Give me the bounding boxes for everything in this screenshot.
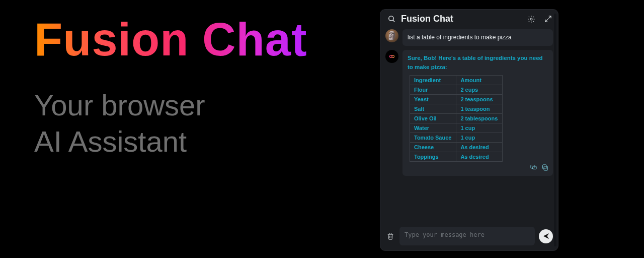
table-header-ingredient: Ingredient <box>410 75 456 85</box>
table-row: Olive Oil2 tablespoons <box>410 113 503 123</box>
table-row: Yeast2 teaspoons <box>410 94 503 104</box>
message-input[interactable] <box>399 227 535 245</box>
marketing-title: Fusion Chat <box>34 15 307 64</box>
panel-title: Fusion Chat <box>401 14 453 24</box>
table-row: CheeseAs desired <box>410 142 503 152</box>
ingredients-table: Ingredient Amount Flour2 cupsYeast2 teas… <box>410 75 503 162</box>
cell-amount: 1 teaspoon <box>456 104 503 113</box>
marketing-subtitle-line2: AI Assistant <box>34 123 307 160</box>
copy-icon[interactable] <box>541 164 549 173</box>
send-button[interactable] <box>539 229 553 243</box>
user-message-text: list a table of ingredients to make pizz… <box>408 33 548 41</box>
search-icon[interactable] <box>386 14 397 24</box>
table-row: Water1 cup <box>410 123 503 133</box>
cell-amount: 2 tablespoons <box>456 113 503 123</box>
cell-ingredient: Toppings <box>410 152 456 161</box>
table-row: Flour2 cups <box>410 85 503 94</box>
user-avatar <box>385 29 398 42</box>
marketing-subtitle-line1: Your browser <box>34 87 307 124</box>
svg-rect-6 <box>543 165 547 169</box>
cell-ingredient: Olive Oil <box>410 113 456 123</box>
table-header-amount: Amount <box>456 75 503 85</box>
cell-amount: As desired <box>456 142 503 152</box>
reply-icon[interactable] <box>530 164 537 173</box>
bot-bubble: Sure, Bob! Here's a table of ingredients… <box>403 50 553 176</box>
cell-ingredient: Salt <box>410 104 456 113</box>
input-bar <box>380 223 558 250</box>
table-header-row: Ingredient Amount <box>410 75 503 85</box>
message-row-user: list a table of ingredients to make pizz… <box>385 29 553 46</box>
table-row: Salt1 teaspoon <box>410 104 503 113</box>
user-bubble: list a table of ingredients to make pizz… <box>403 29 553 46</box>
chat-panel: Fusion Chat list a table of ingredients … <box>380 10 558 250</box>
svg-line-1 <box>393 20 394 22</box>
cell-ingredient: Flour <box>410 85 456 94</box>
svg-rect-5 <box>544 166 548 170</box>
message-row-bot: Sure, Bob! Here's a table of ingredients… <box>385 50 553 176</box>
marketing-subtitle: Your browser AI Assistant <box>34 87 307 160</box>
svg-point-2 <box>530 18 532 20</box>
cell-ingredient: Water <box>410 123 456 133</box>
cell-ingredient: Tomato Sauce <box>410 133 456 142</box>
trash-icon[interactable] <box>385 231 395 241</box>
cell-ingredient: Yeast <box>410 94 456 104</box>
expand-icon[interactable] <box>543 14 553 24</box>
svg-rect-4 <box>533 166 537 169</box>
cell-amount: 2 cups <box>456 85 503 94</box>
cell-amount: 1 cup <box>456 123 503 133</box>
table-row: Tomato Sauce1 cup <box>410 133 503 142</box>
messages-area: list a table of ingredients to make pizz… <box>380 27 558 223</box>
gear-icon[interactable] <box>526 14 536 24</box>
bot-avatar <box>385 50 398 63</box>
cell-amount: 2 teaspoons <box>456 94 503 104</box>
marketing-block: Fusion Chat Your browser AI Assistant <box>34 15 307 160</box>
panel-header: Fusion Chat <box>380 10 558 27</box>
cell-ingredient: Cheese <box>410 142 456 152</box>
svg-point-0 <box>389 16 393 21</box>
bot-intro-text: Sure, Bob! Here's a table of ingredients… <box>408 54 548 72</box>
table-row: ToppingsAs desired <box>410 152 503 161</box>
cell-amount: As desired <box>456 152 503 161</box>
bubble-actions <box>530 164 549 173</box>
cell-amount: 1 cup <box>456 133 503 142</box>
panel-scrollbar[interactable] <box>554 14 556 246</box>
